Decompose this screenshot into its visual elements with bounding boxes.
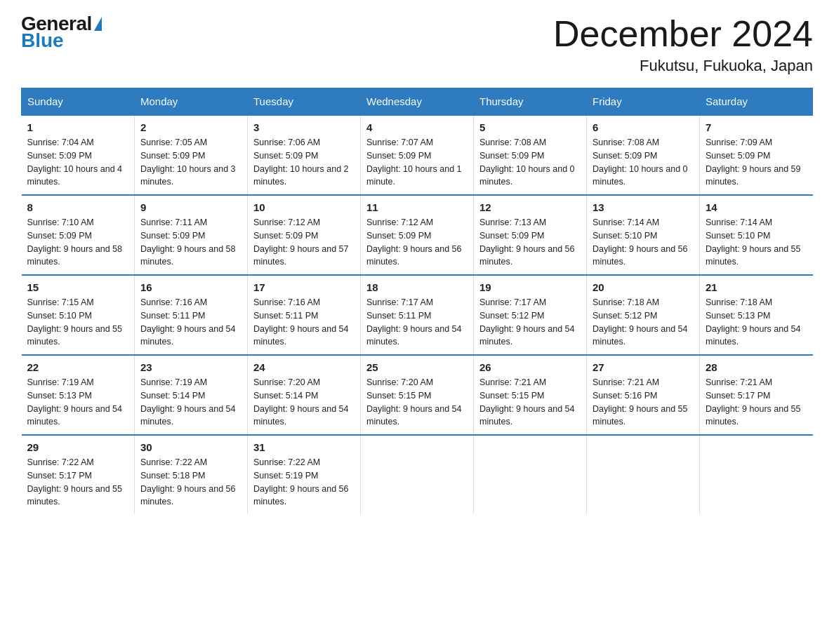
day-cell-30: 30Sunrise: 7:22 AMSunset: 5:18 PMDayligh… — [135, 435, 248, 514]
day-info: Sunrise: 7:19 AMSunset: 5:14 PMDaylight:… — [140, 376, 241, 429]
page-subtitle: Fukutsu, Fukuoka, Japan — [553, 57, 813, 75]
week-row-3: 15Sunrise: 7:15 AMSunset: 5:10 PMDayligh… — [22, 275, 813, 355]
day-info: Sunrise: 7:08 AMSunset: 5:09 PMDaylight:… — [479, 136, 581, 189]
page-title: December 2024 — [553, 14, 813, 54]
day-info: Sunrise: 7:10 AMSunset: 5:09 PMDaylight:… — [27, 216, 129, 269]
day-number: 29 — [27, 441, 129, 453]
day-cell-22: 22Sunrise: 7:19 AMSunset: 5:13 PMDayligh… — [22, 355, 135, 435]
day-cell-20: 20Sunrise: 7:18 AMSunset: 5:12 PMDayligh… — [587, 275, 700, 355]
day-cell-31: 31Sunrise: 7:22 AMSunset: 5:19 PMDayligh… — [248, 435, 361, 514]
day-number: 9 — [140, 201, 241, 213]
day-info: Sunrise: 7:18 AMSunset: 5:13 PMDaylight:… — [706, 296, 807, 349]
day-number: 13 — [593, 201, 694, 213]
day-number: 19 — [479, 281, 581, 293]
day-number: 27 — [593, 361, 694, 373]
empty-cell-w4-6 — [700, 435, 813, 514]
logo-blue-text: Blue — [21, 31, 64, 51]
day-info: Sunrise: 7:12 AMSunset: 5:09 PMDaylight:… — [366, 216, 468, 269]
day-info: Sunrise: 7:21 AMSunset: 5:16 PMDaylight:… — [593, 376, 694, 429]
day-info: Sunrise: 7:22 AMSunset: 5:17 PMDaylight:… — [27, 456, 129, 509]
day-cell-6: 6Sunrise: 7:08 AMSunset: 5:09 PMDaylight… — [587, 115, 700, 195]
day-cell-19: 19Sunrise: 7:17 AMSunset: 5:12 PMDayligh… — [474, 275, 587, 355]
day-number: 11 — [366, 201, 468, 213]
day-cell-5: 5Sunrise: 7:08 AMSunset: 5:09 PMDaylight… — [474, 115, 587, 195]
day-info: Sunrise: 7:15 AMSunset: 5:10 PMDaylight:… — [27, 296, 129, 349]
day-cell-28: 28Sunrise: 7:21 AMSunset: 5:17 PMDayligh… — [700, 355, 813, 435]
day-cell-24: 24Sunrise: 7:20 AMSunset: 5:14 PMDayligh… — [248, 355, 361, 435]
day-info: Sunrise: 7:17 AMSunset: 5:11 PMDaylight:… — [366, 296, 468, 349]
day-info: Sunrise: 7:22 AMSunset: 5:19 PMDaylight:… — [253, 456, 355, 509]
day-info: Sunrise: 7:19 AMSunset: 5:13 PMDaylight:… — [27, 376, 129, 429]
day-cell-10: 10Sunrise: 7:12 AMSunset: 5:09 PMDayligh… — [248, 195, 361, 275]
day-number: 30 — [140, 441, 241, 453]
header-saturday: Saturday — [700, 88, 813, 116]
day-cell-25: 25Sunrise: 7:20 AMSunset: 5:15 PMDayligh… — [361, 355, 474, 435]
day-number: 23 — [140, 361, 241, 373]
logo-triangle-icon — [94, 17, 102, 31]
day-number: 1 — [27, 121, 129, 133]
day-info: Sunrise: 7:11 AMSunset: 5:09 PMDaylight:… — [140, 216, 241, 269]
day-number: 20 — [593, 281, 694, 293]
empty-cell-w4-5 — [587, 435, 700, 514]
week-row-4: 22Sunrise: 7:19 AMSunset: 5:13 PMDayligh… — [22, 355, 813, 435]
header-friday: Friday — [587, 88, 700, 116]
day-number: 31 — [253, 441, 355, 453]
calendar-table: SundayMondayTuesdayWednesdayThursdayFrid… — [21, 88, 813, 514]
day-cell-21: 21Sunrise: 7:18 AMSunset: 5:13 PMDayligh… — [700, 275, 813, 355]
day-cell-9: 9Sunrise: 7:11 AMSunset: 5:09 PMDaylight… — [135, 195, 248, 275]
day-cell-4: 4Sunrise: 7:07 AMSunset: 5:09 PMDaylight… — [361, 115, 474, 195]
day-number: 15 — [27, 281, 129, 293]
day-number: 12 — [479, 201, 581, 213]
day-info: Sunrise: 7:14 AMSunset: 5:10 PMDaylight:… — [593, 216, 694, 269]
day-cell-13: 13Sunrise: 7:14 AMSunset: 5:10 PMDayligh… — [587, 195, 700, 275]
day-cell-11: 11Sunrise: 7:12 AMSunset: 5:09 PMDayligh… — [361, 195, 474, 275]
day-number: 8 — [27, 201, 129, 213]
day-number: 26 — [479, 361, 581, 373]
day-info: Sunrise: 7:12 AMSunset: 5:09 PMDaylight:… — [253, 216, 355, 269]
day-number: 6 — [593, 121, 694, 133]
day-cell-3: 3Sunrise: 7:06 AMSunset: 5:09 PMDaylight… — [248, 115, 361, 195]
header-wednesday: Wednesday — [361, 88, 474, 116]
day-info: Sunrise: 7:06 AMSunset: 5:09 PMDaylight:… — [253, 136, 355, 189]
day-info: Sunrise: 7:14 AMSunset: 5:10 PMDaylight:… — [706, 216, 807, 269]
day-number: 16 — [140, 281, 241, 293]
day-cell-23: 23Sunrise: 7:19 AMSunset: 5:14 PMDayligh… — [135, 355, 248, 435]
day-cell-1: 1Sunrise: 7:04 AMSunset: 5:09 PMDaylight… — [22, 115, 135, 195]
day-cell-16: 16Sunrise: 7:16 AMSunset: 5:11 PMDayligh… — [135, 275, 248, 355]
day-cell-15: 15Sunrise: 7:15 AMSunset: 5:10 PMDayligh… — [22, 275, 135, 355]
week-row-5: 29Sunrise: 7:22 AMSunset: 5:17 PMDayligh… — [22, 435, 813, 514]
header-thursday: Thursday — [474, 88, 587, 116]
day-info: Sunrise: 7:21 AMSunset: 5:17 PMDaylight:… — [706, 376, 807, 429]
day-cell-7: 7Sunrise: 7:09 AMSunset: 5:09 PMDaylight… — [700, 115, 813, 195]
day-cell-27: 27Sunrise: 7:21 AMSunset: 5:16 PMDayligh… — [587, 355, 700, 435]
day-info: Sunrise: 7:07 AMSunset: 5:09 PMDaylight:… — [366, 136, 468, 189]
day-info: Sunrise: 7:04 AMSunset: 5:09 PMDaylight:… — [27, 136, 129, 189]
day-info: Sunrise: 7:16 AMSunset: 5:11 PMDaylight:… — [253, 296, 355, 349]
day-cell-29: 29Sunrise: 7:22 AMSunset: 5:17 PMDayligh… — [22, 435, 135, 514]
day-info: Sunrise: 7:22 AMSunset: 5:18 PMDaylight:… — [140, 456, 241, 509]
day-cell-2: 2Sunrise: 7:05 AMSunset: 5:09 PMDaylight… — [135, 115, 248, 195]
day-number: 2 — [140, 121, 241, 133]
header-sunday: Sunday — [22, 88, 135, 116]
day-cell-14: 14Sunrise: 7:14 AMSunset: 5:10 PMDayligh… — [700, 195, 813, 275]
day-info: Sunrise: 7:20 AMSunset: 5:15 PMDaylight:… — [366, 376, 468, 429]
empty-cell-w4-4 — [474, 435, 587, 514]
day-cell-18: 18Sunrise: 7:17 AMSunset: 5:11 PMDayligh… — [361, 275, 474, 355]
day-info: Sunrise: 7:21 AMSunset: 5:15 PMDaylight:… — [479, 376, 581, 429]
week-row-2: 8Sunrise: 7:10 AMSunset: 5:09 PMDaylight… — [22, 195, 813, 275]
day-cell-12: 12Sunrise: 7:13 AMSunset: 5:09 PMDayligh… — [474, 195, 587, 275]
day-number: 14 — [706, 201, 807, 213]
day-info: Sunrise: 7:05 AMSunset: 5:09 PMDaylight:… — [140, 136, 241, 189]
day-number: 3 — [253, 121, 355, 133]
week-row-1: 1Sunrise: 7:04 AMSunset: 5:09 PMDaylight… — [22, 115, 813, 195]
day-info: Sunrise: 7:09 AMSunset: 5:09 PMDaylight:… — [706, 136, 807, 189]
page-header: General Blue December 2024 Fukutsu, Fuku… — [21, 14, 813, 75]
day-info: Sunrise: 7:08 AMSunset: 5:09 PMDaylight:… — [593, 136, 694, 189]
day-number: 4 — [366, 121, 468, 133]
day-cell-26: 26Sunrise: 7:21 AMSunset: 5:15 PMDayligh… — [474, 355, 587, 435]
day-cell-8: 8Sunrise: 7:10 AMSunset: 5:09 PMDaylight… — [22, 195, 135, 275]
day-number: 10 — [253, 201, 355, 213]
day-cell-17: 17Sunrise: 7:16 AMSunset: 5:11 PMDayligh… — [248, 275, 361, 355]
day-number: 5 — [479, 121, 581, 133]
header-monday: Monday — [135, 88, 248, 116]
